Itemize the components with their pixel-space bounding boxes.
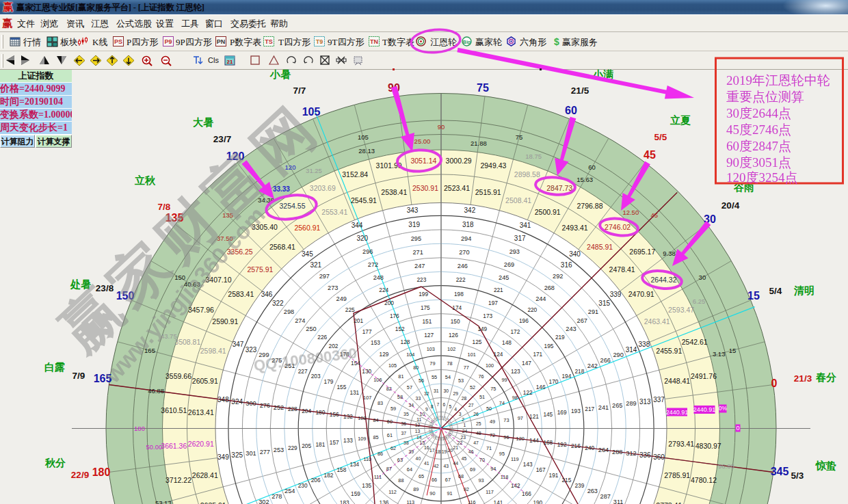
svg-text:142: 142 xyxy=(511,482,520,489)
svg-text:179: 179 xyxy=(324,378,334,385)
svg-text:263: 263 xyxy=(587,488,598,494)
svg-text:白露: 白露 xyxy=(44,362,65,373)
svg-text:2560.91: 2560.91 xyxy=(294,224,320,232)
svg-text:250: 250 xyxy=(306,326,316,332)
svg-text:175: 175 xyxy=(421,304,430,311)
svg-text:2440.91: 2440.91 xyxy=(666,409,689,416)
svg-text:215: 215 xyxy=(561,477,571,483)
svg-text:77: 77 xyxy=(464,364,469,371)
svg-text:219: 219 xyxy=(555,334,565,341)
svg-text:57: 57 xyxy=(407,384,412,390)
svg-text:239: 239 xyxy=(574,482,584,489)
svg-text:176: 176 xyxy=(390,313,399,319)
svg-text:150: 150 xyxy=(451,318,460,325)
svg-text:153: 153 xyxy=(371,339,380,346)
svg-text:21.88: 21.88 xyxy=(471,140,487,147)
svg-text:246: 246 xyxy=(458,263,468,269)
svg-text:2500.91: 2500.91 xyxy=(535,208,561,216)
svg-text:294: 294 xyxy=(461,235,471,242)
svg-text:54: 54 xyxy=(445,374,451,380)
svg-text:80: 80 xyxy=(413,364,419,371)
svg-text:344: 344 xyxy=(352,222,363,229)
svg-text:40: 40 xyxy=(416,456,421,461)
svg-text:2440.91: 2440.91 xyxy=(693,406,716,413)
svg-text:50: 50 xyxy=(486,406,492,412)
svg-text:273: 273 xyxy=(328,284,338,291)
svg-text:75: 75 xyxy=(490,386,496,392)
svg-text:100: 100 xyxy=(486,362,494,369)
svg-text:148: 148 xyxy=(502,339,512,346)
svg-text:2515.91: 2515.91 xyxy=(475,188,501,196)
svg-text:220: 220 xyxy=(527,306,537,313)
svg-text:143: 143 xyxy=(523,461,533,468)
svg-text:337: 337 xyxy=(653,396,665,403)
svg-text:168: 168 xyxy=(543,439,553,446)
svg-text:229: 229 xyxy=(288,445,297,451)
svg-text:245: 245 xyxy=(499,274,509,281)
svg-text:69: 69 xyxy=(470,466,475,473)
svg-text:63: 63 xyxy=(397,457,403,463)
svg-text:271: 271 xyxy=(412,249,423,256)
svg-text:2796.88: 2796.88 xyxy=(577,202,603,210)
svg-text:287: 287 xyxy=(600,493,611,500)
svg-text:111: 111 xyxy=(374,474,382,480)
svg-text:105: 105 xyxy=(388,362,397,369)
svg-text:52: 52 xyxy=(470,384,475,390)
svg-text:58: 58 xyxy=(397,394,403,400)
svg-text:181: 181 xyxy=(315,441,325,448)
svg-text:23: 23 xyxy=(460,435,466,440)
svg-text:25.00: 25.00 xyxy=(414,137,431,145)
svg-text:25: 25 xyxy=(476,421,481,426)
svg-text:105: 105 xyxy=(358,133,369,141)
svg-text:2590.91: 2590.91 xyxy=(212,317,238,326)
svg-text:173: 173 xyxy=(483,313,492,319)
svg-text:290: 290 xyxy=(613,352,623,358)
svg-text:29: 29 xyxy=(453,391,458,396)
svg-text:70: 70 xyxy=(479,457,485,463)
svg-text:秋分: 秋分 xyxy=(44,457,66,468)
svg-text:191: 191 xyxy=(549,472,559,479)
svg-text:48: 48 xyxy=(476,431,481,436)
svg-text:2448.41: 2448.41 xyxy=(664,377,690,385)
svg-text:198: 198 xyxy=(454,291,464,297)
svg-text:2493.41: 2493.41 xyxy=(562,224,588,232)
svg-text:9: 9 xyxy=(425,407,428,412)
svg-text:144: 144 xyxy=(529,437,539,444)
svg-text:2628.41: 2628.41 xyxy=(192,471,218,479)
svg-text:85: 85 xyxy=(373,434,379,440)
svg-text:立秋: 立秋 xyxy=(134,174,156,186)
svg-text:5/5: 5/5 xyxy=(654,132,667,142)
svg-text:197: 197 xyxy=(488,300,498,306)
svg-text:89: 89 xyxy=(413,486,419,492)
svg-text:318: 318 xyxy=(462,221,474,228)
svg-text:316: 316 xyxy=(561,261,572,269)
svg-text:86: 86 xyxy=(377,451,383,457)
svg-text:180: 180 xyxy=(315,409,325,416)
svg-text:270: 270 xyxy=(459,249,469,256)
svg-text:322: 322 xyxy=(272,300,284,307)
svg-text:66: 66 xyxy=(432,477,437,483)
svg-text:17: 17 xyxy=(429,448,435,453)
svg-text:360: 360 xyxy=(653,453,665,461)
svg-text:116: 116 xyxy=(468,499,476,504)
svg-text:117: 117 xyxy=(486,489,494,495)
svg-text:166: 166 xyxy=(522,490,531,497)
svg-text:151: 151 xyxy=(422,318,432,325)
svg-text:3.13: 3.13 xyxy=(713,350,726,358)
svg-text:224: 224 xyxy=(379,287,388,293)
svg-text:177: 177 xyxy=(362,328,372,335)
svg-text:23/7: 23/7 xyxy=(213,134,231,144)
svg-text:345: 345 xyxy=(302,250,313,258)
svg-text:2898.58: 2898.58 xyxy=(514,170,540,178)
svg-text:75: 75 xyxy=(516,133,523,141)
svg-text:7/9: 7/9 xyxy=(72,371,85,381)
svg-text:204: 204 xyxy=(302,408,311,414)
svg-text:2949.43: 2949.43 xyxy=(480,161,506,170)
svg-text:4780.12: 4780.12 xyxy=(691,476,717,484)
svg-text:61: 61 xyxy=(387,432,393,438)
svg-text:323: 323 xyxy=(246,346,257,354)
svg-text:43: 43 xyxy=(443,464,449,468)
svg-text:14: 14 xyxy=(416,435,422,440)
svg-text:72: 72 xyxy=(490,432,495,438)
svg-text:244: 244 xyxy=(535,295,546,302)
